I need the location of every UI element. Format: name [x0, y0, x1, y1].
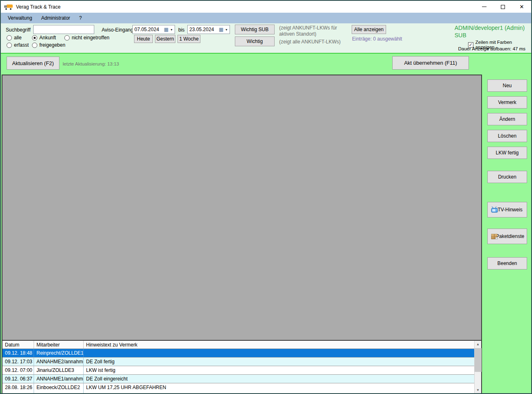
- aviso-eingang-label: Aviso-Eingang: [102, 27, 133, 33]
- scrollbar-thumb[interactable]: [475, 348, 482, 372]
- entries-status: Einträge: 0 ausgewählt: [352, 36, 402, 42]
- aktualisieren-button[interactable]: Aktualisieren (F2): [7, 57, 59, 70]
- calendar-icon: ▦: [219, 27, 223, 32]
- akt-uebernehmen-button[interactable]: Akt übernehmen (F11): [392, 56, 469, 70]
- user-line1: ADMIN/developer1 (Admin): [455, 24, 525, 32]
- gestern-button[interactable]: Gestern: [155, 35, 175, 43]
- alle-anzeigen-button[interactable]: Alle anzeigen: [352, 25, 386, 34]
- cell-datum: 09.12. 18:48: [2, 349, 34, 357]
- cell-mitarbeiter: ANNAHME1/annahme1: [34, 375, 84, 383]
- content-block: Datum Mitarbeiter Hinweistext zu Vermerk…: [2, 75, 482, 394]
- scrollbar-track[interactable]: [475, 347, 482, 387]
- cell-hinweis: DE Zoll eingereicht: [84, 375, 474, 383]
- title-bar: Verag Track & Trace ✕: [1, 1, 531, 13]
- cell-mitarbeiter: Einboeck/ZOLLDE2: [34, 383, 84, 393]
- cell-hinweis: LKW ist fertig: [84, 366, 474, 374]
- calendar-icon: ▦: [164, 27, 168, 32]
- table-row[interactable]: 09.12. 17:03 ANNAHME2/annahme2 DE Zoll f…: [2, 358, 474, 366]
- table-scrollbar[interactable]: ▲ ▼: [474, 341, 481, 393]
- date-from-picker[interactable]: 07.05.2024 ▦ ▼: [132, 25, 175, 34]
- radio-freigegeben-label: freigegeben: [39, 42, 65, 48]
- maximize-button[interactable]: [493, 1, 512, 13]
- lkw-fertig-button[interactable]: LKW fertig: [487, 147, 527, 159]
- cell-hinweis: DE Zoll fertig: [84, 358, 474, 366]
- tv-hinweis-button[interactable]: TV-Hinweis: [487, 202, 527, 217]
- radio-erfasst[interactable]: erfasst: [7, 42, 29, 48]
- user-info: ADMIN/developer1 (Admin) SUB: [455, 24, 525, 39]
- truck-app-icon: [4, 4, 13, 10]
- date-to-value: 23.05.2024: [189, 27, 219, 32]
- col-header-hinweis[interactable]: Hinweistext zu Vermerk: [84, 341, 474, 349]
- menu-bar: Verwaltung Administrator ?: [1, 13, 531, 23]
- wichtig-button[interactable]: Wichtig: [235, 36, 275, 46]
- menu-verwaltung[interactable]: Verwaltung: [3, 14, 36, 23]
- package-icon: [491, 233, 499, 240]
- menu-help[interactable]: ?: [75, 14, 86, 23]
- wichtig-note: (zeigt alle ANKUNFT-LKWs): [279, 39, 361, 45]
- action-sidebar: Neu Vermerk Ändern Löschen LKW fertig Dr…: [482, 75, 532, 394]
- radio-freigegeben-circle: [32, 43, 37, 48]
- date-from-value: 07.05.2024: [134, 27, 164, 32]
- radio-nicht-eingetroffen-label: nicht eingetroffen: [72, 35, 109, 41]
- date-to-picker[interactable]: 23.05.2024 ▦ ▼: [187, 25, 230, 34]
- paketdienste-button[interactable]: Paketdienste: [487, 229, 527, 244]
- main-region: Datum Mitarbeiter Hinweistext zu Vermerk…: [1, 75, 531, 394]
- scroll-up-icon[interactable]: ▲: [475, 341, 482, 347]
- chevron-down-icon[interactable]: ▼: [225, 28, 228, 31]
- tv-icon: [491, 206, 499, 213]
- col-header-datum[interactable]: Datum: [2, 341, 34, 349]
- cell-mitarbeiter: Jinariu/ZOLLDE3: [34, 366, 84, 374]
- maximize-icon: [501, 5, 505, 9]
- table-row[interactable]: 09.12. 18:48 Reinprecht/ZOLLDE1: [2, 349, 474, 358]
- scroll-down-icon[interactable]: ▼: [475, 387, 482, 393]
- cell-datum: 09.12. 17:03: [2, 358, 34, 366]
- cell-datum: 09.12. 06:37: [2, 375, 34, 383]
- radio-ankunft-circle: [32, 35, 37, 41]
- cell-hinweis: LKW UM 17,25 UHR ABGEFAHREN: [84, 383, 474, 393]
- window-title: Verag Track & Trace: [16, 4, 61, 10]
- close-icon: ✕: [520, 4, 524, 9]
- chevron-down-icon[interactable]: ▼: [170, 28, 173, 31]
- beenden-button[interactable]: Beenden: [487, 257, 527, 269]
- table-header-row: Datum Mitarbeiter Hinweistext zu Vermerk: [2, 341, 474, 349]
- aendern-button[interactable]: Ändern: [487, 113, 527, 125]
- radio-ankunft-label: Ankunft: [39, 35, 56, 41]
- render-duration-text: Dauer Anzeige aufbauen: 47 ms: [458, 46, 525, 51]
- command-bar: Aktualisieren (F2) letzte Aktualisierung…: [1, 53, 531, 75]
- radio-nicht-eingetroffen[interactable]: nicht eingetroffen: [64, 35, 109, 41]
- cell-datum: 09.12. 07:00: [2, 366, 34, 374]
- drucken-button[interactable]: Drucken: [487, 171, 527, 183]
- filter-panel: Suchbegriff alle Ankunft nicht eingetrof…: [1, 23, 531, 53]
- close-button[interactable]: ✕: [512, 1, 531, 13]
- radio-alle-label: alle: [14, 35, 22, 41]
- radio-freigegeben[interactable]: freigegeben: [32, 42, 65, 48]
- table-row[interactable]: 28.08. 18:26 Einboeck/ZOLLDE2 LKW UM 17,…: [2, 383, 474, 393]
- heute-button[interactable]: Heute: [134, 35, 153, 43]
- radio-nicht-eingetroffen-circle: [64, 35, 70, 41]
- menu-administrator[interactable]: Administrator: [36, 14, 75, 23]
- loeschen-button[interactable]: Löschen: [487, 130, 527, 142]
- radio-alle[interactable]: alle: [7, 35, 22, 41]
- radio-erfasst-label: erfasst: [14, 42, 29, 48]
- table-row[interactable]: 09.12. 06:37 ANNAHME1/annahme1 DE Zoll e…: [2, 375, 474, 383]
- radio-alle-circle: [7, 35, 12, 41]
- radio-erfasst-circle: [7, 43, 12, 48]
- last-refresh-text: letzte Aktualisierung: 13:13: [63, 61, 119, 66]
- wichtig-sub-button[interactable]: Wichtig SUB: [235, 25, 275, 34]
- bis-label: bis: [178, 27, 184, 33]
- minimize-button[interactable]: [475, 1, 493, 13]
- col-header-mitarbeiter[interactable]: Mitarbeiter: [34, 341, 84, 349]
- radio-ankunft[interactable]: Ankunft: [32, 35, 56, 41]
- vermerk-table: Datum Mitarbeiter Hinweistext zu Vermerk…: [2, 340, 481, 393]
- search-input[interactable]: [33, 25, 94, 34]
- minimize-icon: [482, 7, 487, 7]
- app-window: Verag Track & Trace ✕ Verwaltung Adminis…: [0, 0, 532, 394]
- eine-woche-button[interactable]: 1 Woche: [177, 35, 200, 43]
- vermerk-button[interactable]: Vermerk: [487, 96, 527, 109]
- wichtig-sub-note: (zeigt ANKUNFT-LKWs für aktiven Standort…: [279, 25, 353, 37]
- neu-button[interactable]: Neu: [487, 79, 527, 92]
- truck-list-area[interactable]: [2, 75, 481, 340]
- table-row[interactable]: 09.12. 07:00 Jinariu/ZOLLDE3 LKW ist fer…: [2, 366, 474, 375]
- user-line2: SUB: [455, 32, 525, 39]
- cell-mitarbeiter: ANNAHME2/annahme2: [34, 358, 84, 366]
